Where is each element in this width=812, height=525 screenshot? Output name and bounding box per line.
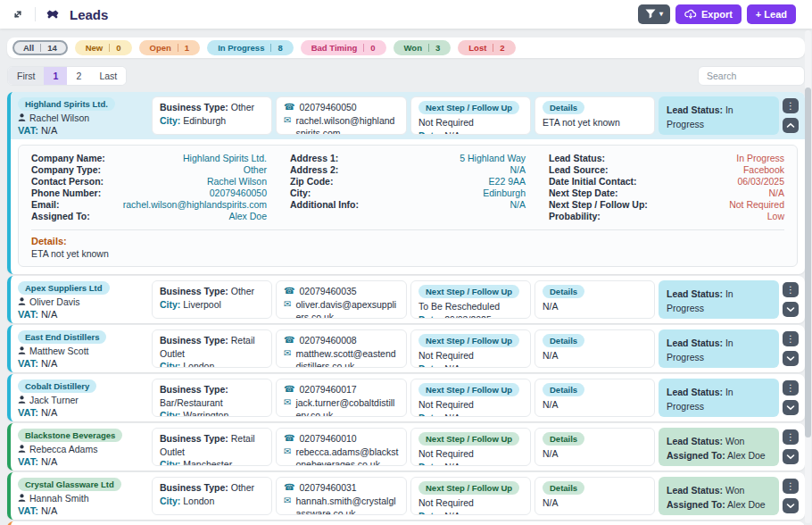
lead-summary-row[interactable]: Crystal Glassware Ltd Hannah Smith VAT: … <box>11 472 805 520</box>
next-step-panel: Next Step / Follow Up Not Required Date:… <box>410 428 531 466</box>
lead-menu-button[interactable]: ⋮ <box>783 380 799 396</box>
lead-summary-row[interactable]: Blackstone Beverages Rebecca Adams VAT: … <box>11 423 805 471</box>
lead-menu-button[interactable]: ⋮ <box>783 98 799 113</box>
detail-row: Zip Code:E22 9AA <box>290 176 526 188</box>
lead-expand-button[interactable] <box>783 302 799 317</box>
detail-row: City:Edinburgh <box>290 188 526 199</box>
lead-summary-row[interactable]: ☎ ✉ ⋮ <box>11 521 805 525</box>
pagination-last-button[interactable]: Last <box>90 67 126 85</box>
row-actions: ⋮ <box>783 96 800 135</box>
lead-menu-button[interactable]: ⋮ <box>783 282 799 297</box>
details-badge: Details <box>543 101 584 114</box>
mail-icon: ✉ <box>284 114 291 128</box>
lead-menu-button[interactable]: ⋮ <box>783 331 799 346</box>
next-step-panel: Next Step / Follow Up Not Required Date:… <box>410 329 531 368</box>
chevron-icon <box>786 503 795 509</box>
detail-row: Next Step Date:N/A <box>549 188 784 199</box>
detail-row: Assigned To:Alex Doe <box>31 211 267 222</box>
mail-icon: ✉ <box>284 396 291 410</box>
status-panel: Lead Status: Won Assigned To: Alex Doe <box>659 477 779 515</box>
filter-pill-all[interactable]: All 14 <box>12 40 68 55</box>
chevron-icon <box>786 355 795 362</box>
contact-panel: ☎02079460031 ✉hannah.smith@crystalglassw… <box>276 477 407 515</box>
mail-icon: ✉ <box>284 446 291 459</box>
pagination-page-1-button[interactable]: 1 <box>44 67 67 85</box>
contact-name: Matthew Scott <box>29 346 89 356</box>
chevron-icon <box>786 404 795 411</box>
phone-number: 02079460010 <box>299 432 356 446</box>
phone-number: 02079460031 <box>299 481 356 495</box>
scrollbar[interactable] <box>805 30 811 523</box>
details-badge: Details <box>543 481 584 495</box>
filter-pill-lost[interactable]: Lost 2 <box>458 40 515 55</box>
lead-expand-button[interactable] <box>783 351 799 366</box>
next-step-value: To Be Rescheduled <box>418 300 523 313</box>
lead-card: ☎ ✉ ⋮ <box>7 521 805 525</box>
details-badge: Details <box>543 383 584 396</box>
export-button[interactable]: Export <box>675 4 742 24</box>
company-column: Highland Spirits Ltd. Rachel Wilson VAT:… <box>18 96 148 135</box>
filter-pill-won[interactable]: Won 3 <box>394 40 452 55</box>
lead-card: East End Distillers Matthew Scott VAT: N… <box>7 325 805 372</box>
lead-status-value: Won <box>725 485 744 496</box>
details-panel: Details N/A <box>534 428 655 466</box>
pagination-first-button[interactable]: First <box>8 67 44 85</box>
status-panel: Lead Status: Won Assigned To: Alex Doe <box>659 428 779 466</box>
top-header: Leads ▾ Export + Lead <box>0 0 812 29</box>
filter-pill-badtiming[interactable]: Bad Timing 0 <box>301 40 386 55</box>
next-step-panel: Next Step / Follow Up Not Required Date:… <box>410 379 531 417</box>
assigned-to-value: Alex Doe <box>727 499 766 510</box>
contact-line: Rebecca Adams <box>18 444 148 454</box>
filter-pill-inprogress[interactable]: In Progress 8 <box>207 40 294 55</box>
lead-summary-row[interactable]: Apex Suppliers Ltd Oliver Davis VAT: N/A… <box>11 276 805 323</box>
company-column: Crystal Glassware Ltd Hannah Smith VAT: … <box>18 477 148 515</box>
contact-name: Rachel Wilson <box>29 112 89 123</box>
next-step-panel: Next Step / Follow Up To Be Rescheduled … <box>410 280 531 319</box>
status-panel: Lead Status: In Progress Assigned To: Al… <box>659 329 779 368</box>
detail-row: Phone Number:02079460050 <box>31 188 267 199</box>
expand-diagonal-icon[interactable] <box>9 5 27 23</box>
business-panel: Business Type: Other City: London <box>152 477 272 515</box>
details-section-label: Details: <box>31 236 784 246</box>
lead-expand-button[interactable] <box>783 449 799 464</box>
lead-summary-row[interactable]: East End Distillers Matthew Scott VAT: N… <box>11 325 805 372</box>
add-lead-button[interactable]: + Lead <box>747 4 796 24</box>
lead-summary-row[interactable]: Highland Spirits Ltd. Rachel Wilson VAT:… <box>11 92 805 139</box>
lead-summary-row[interactable]: Cobalt Distillery Jack Turner VAT: N/A B… <box>11 374 805 421</box>
contact-panel: ☎02079460017 ✉jack.turner@cobaltdistille… <box>276 379 407 417</box>
lead-expand-button[interactable] <box>783 400 799 415</box>
details-panel: Details N/A <box>534 379 655 417</box>
company-badge: East End Distillers <box>18 330 106 344</box>
mail-icon: ✉ <box>284 495 291 508</box>
company-column: Blackstone Beverages Rebecca Adams VAT: … <box>18 428 148 466</box>
lead-menu-button[interactable]: ⋮ <box>783 429 799 445</box>
detail-column-right: Lead Status:In ProgressLead Source:Faceb… <box>549 153 784 222</box>
list-toolbar: First 1 2 Last <box>7 66 805 86</box>
filter-button[interactable]: ▾ <box>638 4 670 24</box>
vat-line: VAT: N/A <box>18 407 148 418</box>
filter-pill-open[interactable]: Open 1 <box>139 40 201 55</box>
phone-number: 02079460035 <box>299 285 356 298</box>
lead-expand-button[interactable] <box>783 118 799 133</box>
next-step-badge: Next Step / Follow Up <box>418 383 519 396</box>
scrollbar-thumb[interactable] <box>805 88 811 438</box>
details-panel: Details N/A <box>534 280 655 319</box>
vat-line: VAT: N/A <box>18 125 148 136</box>
detail-divider <box>31 229 784 230</box>
pill-divider <box>40 44 41 52</box>
email-address: matthew.scott@eastenddistillers.co.uk <box>295 347 399 368</box>
contact-name: Oliver Davis <box>29 296 80 307</box>
funnel-icon <box>645 9 656 21</box>
pagination-page-2-button[interactable]: 2 <box>67 67 90 85</box>
person-icon <box>18 296 26 307</box>
pagination: First 1 2 Last <box>7 66 127 86</box>
lead-expand-button[interactable] <box>783 498 799 513</box>
lead-card: Crystal Glassware Ltd Hannah Smith VAT: … <box>7 472 805 520</box>
details-value: N/A <box>543 398 647 412</box>
lead-menu-button[interactable]: ⋮ <box>783 479 799 494</box>
filter-pill-new[interactable]: New 0 <box>75 40 132 55</box>
phone-number: 02079460050 <box>299 101 356 114</box>
search-input[interactable] <box>698 66 805 86</box>
vat-line: VAT: N/A <box>18 505 148 516</box>
company-badge: Crystal Glassware Ltd <box>18 478 121 491</box>
